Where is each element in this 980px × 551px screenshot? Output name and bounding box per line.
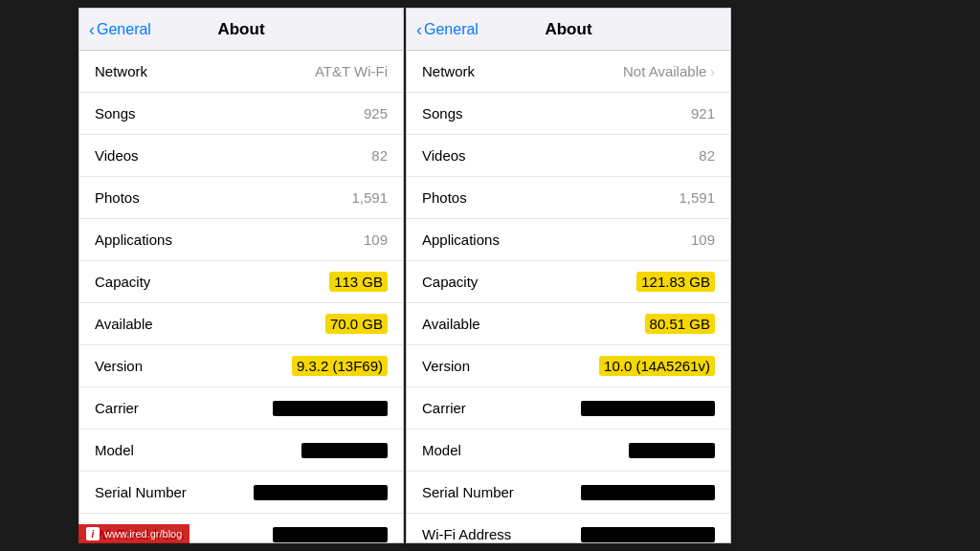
row-value: 925 xyxy=(364,105,388,121)
row-label: Serial Number xyxy=(95,484,187,500)
settings-row: Songs 925 xyxy=(79,93,403,135)
row-value-highlighted: 70.0 GB xyxy=(325,314,388,334)
row-label: Available xyxy=(422,316,480,332)
right-panel: ‹ General About Network Not Available › … xyxy=(406,8,731,543)
row-value: Not Available xyxy=(623,63,706,79)
row-label: Version xyxy=(422,358,470,374)
settings-row: Capacity 113 GB xyxy=(79,261,403,303)
row-value-redacted xyxy=(273,527,388,542)
row-value-redacted xyxy=(581,485,715,500)
row-value: 82 xyxy=(699,147,715,164)
left-back-label[interactable]: General xyxy=(97,21,151,38)
row-label: Videos xyxy=(422,147,466,164)
settings-row: Model xyxy=(407,430,730,472)
settings-row: Serial Number xyxy=(79,472,403,514)
row-value: 109 xyxy=(691,231,715,248)
row-label: Photos xyxy=(95,189,140,206)
row-label: Carrier xyxy=(422,400,466,416)
right-chevron-icon: ‹ xyxy=(416,21,422,38)
settings-row: Capacity 121.83 GB xyxy=(407,261,730,303)
settings-row: Model xyxy=(79,430,403,472)
row-label: Capacity xyxy=(422,274,478,290)
row-label: Applications xyxy=(422,231,500,248)
row-value: 921 xyxy=(691,105,715,121)
settings-row: Carrier xyxy=(79,387,403,430)
watermark-icon: i xyxy=(86,527,100,540)
row-value-redacted xyxy=(254,485,388,500)
settings-row: Videos 82 xyxy=(407,135,730,177)
row-label: Wi-Fi Address xyxy=(422,526,511,542)
settings-row: Network AT&T Wi-Fi xyxy=(79,51,403,93)
left-nav-title: About xyxy=(217,20,264,39)
right-settings-list: Network Not Available › Songs 921 Videos… xyxy=(407,51,730,543)
settings-row: Carrier xyxy=(407,387,730,430)
settings-row: Available 70.0 GB xyxy=(79,303,403,345)
right-back-label[interactable]: General xyxy=(424,21,479,38)
row-value-highlighted: 121.83 GB xyxy=(636,272,715,292)
row-label: Model xyxy=(95,442,134,458)
row-label: Version xyxy=(95,358,143,374)
left-chevron-icon: ‹ xyxy=(89,21,95,38)
settings-row: Wi-Fi Address xyxy=(407,514,730,543)
row-value-highlighted: 113 GB xyxy=(329,272,388,292)
row-label: Model xyxy=(422,442,461,458)
settings-row: Version 10.0 (14A5261v) xyxy=(407,345,730,387)
settings-row: Photos 1,591 xyxy=(79,177,403,219)
row-value: 1,591 xyxy=(679,189,715,206)
settings-row: Version 9.3.2 (13F69) xyxy=(79,345,403,387)
right-nav-title: About xyxy=(545,20,591,39)
row-label: Network xyxy=(422,63,475,79)
row-label: Available xyxy=(95,316,153,332)
left-nav-bar: ‹ General About xyxy=(79,9,403,51)
left-panel: ‹ General About Network AT&T Wi-Fi Songs… xyxy=(78,8,404,543)
row-label: Songs xyxy=(95,105,136,121)
row-value: AT&T Wi-Fi xyxy=(315,63,388,79)
right-nav-bar: ‹ General About xyxy=(407,9,730,51)
row-label: Carrier xyxy=(95,400,139,416)
settings-row: Network Not Available › xyxy=(407,51,730,93)
row-label: Applications xyxy=(95,231,172,248)
row-value-highlighted: 9.3.2 (13F69) xyxy=(292,356,388,376)
watermark-text: www.ired.gr/blog xyxy=(104,528,182,540)
row-value-redacted xyxy=(581,527,715,542)
row-label: Network xyxy=(95,63,147,79)
row-label: Serial Number xyxy=(422,484,514,500)
settings-row: Serial Number xyxy=(407,472,730,514)
row-label: Capacity xyxy=(95,274,150,290)
row-value-redacted xyxy=(581,401,715,416)
screenshots-container: ‹ General About Network AT&T Wi-Fi Songs… xyxy=(78,8,902,543)
row-value-highlighted: 10.0 (14A5261v) xyxy=(599,356,715,376)
left-back-button[interactable]: ‹ General xyxy=(89,21,151,38)
settings-row: Photos 1,591 xyxy=(407,177,730,219)
settings-row: Videos 82 xyxy=(79,135,403,177)
row-value-redacted xyxy=(273,401,388,416)
row-label: Videos xyxy=(95,147,139,164)
left-settings-list: Network AT&T Wi-Fi Songs 925 Videos 82 P… xyxy=(79,51,403,543)
watermark: i www.ired.gr/blog xyxy=(78,524,189,543)
settings-row: Applications 109 xyxy=(79,219,403,261)
row-value: 1,591 xyxy=(351,189,388,206)
row-value-redacted xyxy=(629,443,715,458)
settings-row: Available 80.51 GB xyxy=(407,303,730,345)
row-value: 82 xyxy=(371,147,388,164)
right-back-button[interactable]: ‹ General xyxy=(416,21,479,38)
row-value-redacted xyxy=(301,443,388,458)
screenshots-wrapper: ‹ General About Network AT&T Wi-Fi Songs… xyxy=(78,8,902,543)
row-label: Songs xyxy=(422,105,463,121)
network-value-container: Not Available › xyxy=(623,63,715,79)
row-value-highlighted: 80.51 GB xyxy=(645,314,715,334)
settings-row: Applications 109 xyxy=(407,219,730,261)
row-label: Photos xyxy=(422,189,467,206)
row-value: 109 xyxy=(364,231,388,248)
chevron-right-icon: › xyxy=(710,64,715,79)
settings-row: Songs 921 xyxy=(407,93,730,135)
